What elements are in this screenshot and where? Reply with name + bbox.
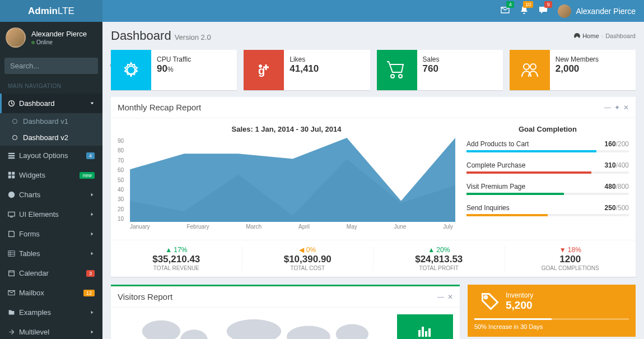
info-box-sales: Sales760 <box>377 50 503 90</box>
sales-chart <box>118 138 455 222</box>
svg-text:g: g <box>258 64 265 77</box>
sidebar-item-multilevel[interactable]: Multilevel <box>0 322 102 339</box>
recap-title: Monthly Recap Report <box>118 103 201 112</box>
sidebar-item-forms[interactable]: Forms <box>0 224 102 244</box>
info-box-likes: gLikes41,410 <box>244 50 370 90</box>
sidebar-item-widgets[interactable]: Widgetsnew <box>0 165 102 185</box>
breadcrumb-active: Dashboard <box>605 32 636 39</box>
chart-title: Sales: 1 Jan, 2014 - 30 Jul, 2014 <box>118 125 455 133</box>
sidebar-item-calendar[interactable]: Calendar3 <box>0 263 102 283</box>
svg-rect-14 <box>428 328 431 337</box>
svg-rect-12 <box>422 327 424 337</box>
search-input[interactable] <box>4 58 98 74</box>
sidebar-item-mailbox[interactable]: Mailbox12 <box>0 283 102 303</box>
logo[interactable]: AdminLTE <box>0 0 102 22</box>
svg-point-9 <box>287 326 330 339</box>
breadcrumb: Home › Dashboard <box>574 32 636 39</box>
mail-icon[interactable]: 4 <box>501 6 510 16</box>
svg-point-5 <box>530 64 536 69</box>
svg-point-10 <box>336 324 368 339</box>
gear-icon <box>111 50 151 90</box>
visitors-title: Visitors Report <box>118 292 172 301</box>
close-button[interactable]: ✕ <box>447 293 453 301</box>
svg-rect-1 <box>8 212 15 216</box>
cart-icon <box>377 50 417 90</box>
stat-total-cost: ◀ 0%$10,390.90TOTAL COST <box>242 246 374 271</box>
bell-icon[interactable]: 10 <box>520 6 529 16</box>
submenu-dashboard-v1[interactable]: Dashboard v1 <box>0 113 102 129</box>
settings-button[interactable]: ✦ <box>614 104 620 112</box>
avatar <box>6 27 26 48</box>
svg-rect-13 <box>425 331 427 337</box>
sidebar-item-dashboard[interactable]: Dashboard <box>0 94 102 113</box>
avatar <box>558 4 571 18</box>
users-icon <box>510 50 550 90</box>
svg-point-4 <box>524 64 529 69</box>
svg-rect-11 <box>418 330 421 337</box>
svg-point-8 <box>227 319 281 339</box>
goal-send-inquiries: Send Inquiries250/500 <box>466 204 629 216</box>
dashboard-icon <box>574 33 580 39</box>
page-title: DashboardVersion 2.0 <box>111 29 211 43</box>
svg-point-7 <box>180 329 208 339</box>
sidebar-item-layout-options[interactable]: Layout Options4 <box>0 146 102 165</box>
user-panel: Alexander Pierce Online <box>0 22 102 53</box>
svg-rect-2 <box>9 271 15 276</box>
info-box-new-members: New Members2,000 <box>510 50 636 90</box>
breadcrumb-home[interactable]: Home <box>582 32 599 39</box>
close-button[interactable]: ✕ <box>623 104 629 112</box>
svg-point-6 <box>142 321 180 339</box>
user-name: Alexander Pierce <box>576 7 636 16</box>
gplus-icon: g <box>244 50 284 90</box>
sidebar-item-ui-elements[interactable]: UI Elements <box>0 205 102 224</box>
goal-add-products-to-cart: Add Products to Cart160/200 <box>466 140 629 152</box>
user-menu[interactable]: Alexander Pierce <box>558 4 636 18</box>
sidebar-item-charts[interactable]: Charts <box>0 185 102 205</box>
inventory-box: Inventory 5,200 50% Increase in 30 Days <box>468 285 636 337</box>
svg-point-15 <box>484 296 487 299</box>
goal-complete-purchase: Complete Purchase310/400 <box>466 161 629 174</box>
sidebar-item-examples[interactable]: Examples <box>0 303 102 322</box>
mail-badge: 4 <box>506 1 514 8</box>
collapse-button[interactable]: — <box>437 293 444 301</box>
collapse-button[interactable]: — <box>604 104 611 112</box>
world-map[interactable] <box>118 314 390 339</box>
submenu-dashboard-v2[interactable]: Dashboard v2 <box>0 129 102 146</box>
info-box-cpu-traffic: CPU Traffic90% <box>111 50 237 90</box>
tag-icon <box>474 291 506 312</box>
chat-badge: 9 <box>544 1 552 8</box>
sidebar-item-tables[interactable]: Tables <box>0 244 102 263</box>
chat-icon[interactable]: 9 <box>539 6 548 16</box>
goal-visit-premium-page: Visit Premium Page480/800 <box>466 183 629 195</box>
stat-total-profit: ▲ 20%$24,813.53TOTAL PROFIT <box>374 246 505 271</box>
user-status[interactable]: Online <box>31 39 87 45</box>
goal-title: Goal Completion <box>466 125 629 133</box>
user-name: Alexander Pierce <box>31 30 87 38</box>
stat-total-revenue: ▲ 17%$35,210.43TOTAL REVENUE <box>111 246 242 271</box>
visitors-sparkline: 8390 <box>397 314 453 339</box>
nav-header: MAIN NAVIGATION <box>0 78 102 94</box>
stat-goal-completions: ▼ 18%1200GOAL COMPLETIONS <box>505 246 636 271</box>
bell-badge: 10 <box>523 1 533 8</box>
